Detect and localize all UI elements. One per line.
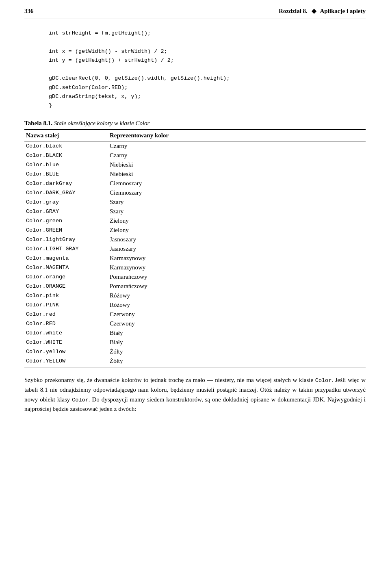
constant-cell: Color.BLACK: [24, 151, 110, 160]
table-row: Color.redCzerwony: [24, 310, 366, 319]
color-cell: Ciemnoszary: [110, 179, 366, 188]
table-row: Color.blackCzarny: [24, 141, 366, 151]
constant-cell: Color.LIGHT_GRAY: [24, 244, 110, 254]
constant-cell: Color.blue: [24, 160, 110, 169]
color-cell: Jasnoszary: [110, 235, 366, 244]
table-row: Color.REDCzerwony: [24, 319, 366, 328]
table-row: Color.ORANGEPomarańczowy: [24, 282, 366, 291]
constant-cell: Color.GRAY: [24, 207, 110, 216]
table-row: Color.GREENZielony: [24, 226, 366, 235]
constant-cell: Color.YELLOW: [24, 356, 110, 367]
table-row: Color.LIGHT_GRAYJasnoszary: [24, 244, 366, 254]
color-cell: Szary: [110, 197, 366, 207]
table-caption-text: Stałe określające kolory w klasie Color: [54, 120, 150, 126]
color-cell: Biały: [110, 328, 366, 338]
table-row: Color.BLUENiebieski: [24, 169, 366, 179]
page: 336 Rozdział 8. ◆ Aplikacje i aplety int…: [0, 0, 390, 414]
table-row: Color.whiteBiały: [24, 328, 366, 338]
constant-cell: Color.MAGENTA: [24, 263, 110, 272]
constant-cell: Color.green: [24, 216, 110, 226]
color-cell: Pomarańczowy: [110, 272, 366, 282]
constant-cell: Color.PINK: [24, 300, 110, 310]
constant-cell: Color.gray: [24, 197, 110, 207]
color-cell: Czarny: [110, 151, 366, 160]
color-cell: Karmazynowy: [110, 254, 366, 263]
table-row: Color.blueNiebieski: [24, 160, 366, 169]
constant-cell: Color.BLUE: [24, 169, 110, 179]
chapter-title: Rozdział 8. ◆ Aplikacje i aplety: [279, 7, 366, 15]
color-cell: Zielony: [110, 226, 366, 235]
color-cell: Szary: [110, 207, 366, 216]
page-number: 336: [24, 8, 34, 15]
constant-cell: Color.orange: [24, 272, 110, 282]
color-cell: Czerwony: [110, 310, 366, 319]
color-cell: Różowy: [110, 291, 366, 300]
table-row: Color.WHITEBiały: [24, 338, 366, 347]
table-row: Color.greenZielony: [24, 216, 366, 226]
chapter-label: Rozdział 8.: [279, 8, 308, 14]
color-cell: Żółty: [110, 356, 366, 367]
table-row: Color.orangePomarańczowy: [24, 272, 366, 282]
table-row: Color.lightGrayJasnoszary: [24, 235, 366, 244]
col1-header: Nazwa stałej: [24, 130, 110, 141]
color-cell: Czarny: [110, 141, 366, 151]
table-row: Color.GRAYSzary: [24, 207, 366, 216]
table-row: Color.YELLOWŻółty: [24, 356, 366, 367]
color-cell: Czerwony: [110, 319, 366, 328]
table-row: Color.magentaKarmazynowy: [24, 254, 366, 263]
table-row: Color.PINKRóżowy: [24, 300, 366, 310]
constant-cell: Color.pink: [24, 291, 110, 300]
paragraph-text-1b: niestety, nie ma więcej stałych w klasie: [215, 377, 315, 383]
color-cell: Żółty: [110, 347, 366, 356]
color-cell: Różowy: [110, 300, 366, 310]
col2-header: Reprezentowany kolor: [110, 130, 366, 141]
constant-cell: Color.red: [24, 310, 110, 319]
constant-cell: Color.WHITE: [24, 338, 110, 347]
table-row: Color.DARK_GRAYCiemnoszary: [24, 188, 366, 197]
color-cell: Pomarańczowy: [110, 282, 366, 291]
constant-cell: Color.GREEN: [24, 226, 110, 235]
constant-cell: Color.black: [24, 141, 110, 151]
table-caption-label: Tabela 8.1.: [24, 120, 52, 126]
table-row: Color.graySzary: [24, 197, 366, 207]
constant-cell: Color.magenta: [24, 254, 110, 263]
em-dash: —: [205, 377, 215, 383]
table-row: Color.MAGENTAKarmazynowy: [24, 263, 366, 272]
table-caption: Tabela 8.1. Stałe określające kolory w k…: [24, 120, 366, 127]
table-row: Color.pinkRóżowy: [24, 291, 366, 300]
code-block: int strHeight = fm.getHeight(); int x = …: [49, 29, 366, 110]
constant-cell: Color.RED: [24, 319, 110, 328]
paragraph-text-1a: Szybko przekonamy się, że dwanaście kolo…: [24, 377, 205, 383]
diamond-icon: ◆: [312, 8, 316, 14]
page-header: 336 Rozdział 8. ◆ Aplikacje i aplety: [24, 0, 366, 19]
color-cell: Niebieski: [110, 160, 366, 169]
inline-code-color-2: Color: [72, 397, 89, 403]
table-row: Color.darkGrayCiemnoszary: [24, 179, 366, 188]
color-cell: Niebieski: [110, 169, 366, 179]
color-cell: Jasnoszary: [110, 244, 366, 254]
color-cell: Zielony: [110, 216, 366, 226]
chapter-subtitle: Aplikacje i aplety: [320, 8, 366, 14]
table-row: Color.BLACKCzarny: [24, 151, 366, 160]
inline-code-color-1: Color: [315, 378, 332, 384]
color-cell: Ciemnoszary: [110, 188, 366, 197]
constant-cell: Color.white: [24, 328, 110, 338]
table-row: Color.yellowŻółty: [24, 347, 366, 356]
table-header-row: Nazwa stałej Reprezentowany kolor: [24, 130, 366, 141]
body-paragraph-1: Szybko przekonamy się, że dwanaście kolo…: [24, 375, 366, 414]
constant-cell: Color.yellow: [24, 347, 110, 356]
color-cell: Biały: [110, 338, 366, 347]
constant-cell: Color.ORANGE: [24, 282, 110, 291]
color-cell: Karmazynowy: [110, 263, 366, 272]
constant-cell: Color.lightGray: [24, 235, 110, 244]
constant-cell: Color.DARK_GRAY: [24, 188, 110, 197]
constant-cell: Color.darkGray: [24, 179, 110, 188]
color-table: Nazwa stałej Reprezentowany kolor Color.…: [24, 129, 366, 367]
